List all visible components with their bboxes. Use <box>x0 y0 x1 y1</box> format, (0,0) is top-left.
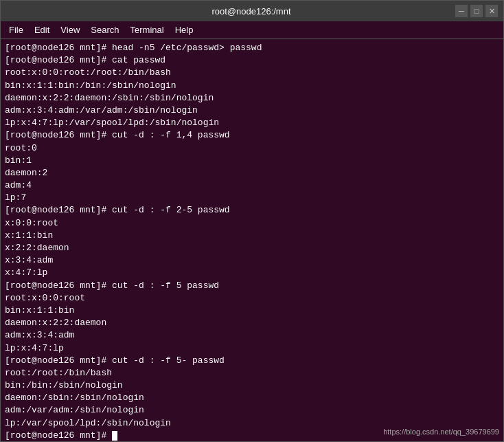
menu-search[interactable]: Search <box>85 23 124 36</box>
menu-file[interactable]: File <box>3 23 29 36</box>
menu-terminal[interactable]: Terminal <box>125 23 170 36</box>
titlebar: root@node126:/mnt ─ □ ✕ <box>1 1 503 21</box>
terminal-text: [root@node126 mnt]# head -n5 /etc/passwd… <box>5 42 499 441</box>
menu-view[interactable]: View <box>55 23 85 36</box>
menu-help[interactable]: Help <box>170 23 199 36</box>
menu-edit[interactable]: Edit <box>29 23 55 36</box>
window-controls: ─ □ ✕ <box>455 5 498 17</box>
close-button[interactable]: ✕ <box>485 5 498 17</box>
window-title: root@node126:/mnt <box>47 6 455 16</box>
watermark: https://blog.csdn.net/qq_39679699 <box>383 427 499 437</box>
terminal-window: root@node126:/mnt ─ □ ✕ File Edit View S… <box>0 0 504 442</box>
minimize-button[interactable]: ─ <box>455 5 468 17</box>
menubar: File Edit View Search Terminal Help <box>1 21 503 39</box>
maximize-button[interactable]: □ <box>470 5 483 17</box>
terminal-cursor <box>112 431 117 441</box>
terminal-output[interactable]: [root@node126 mnt]# head -n5 /etc/passwd… <box>1 39 503 441</box>
